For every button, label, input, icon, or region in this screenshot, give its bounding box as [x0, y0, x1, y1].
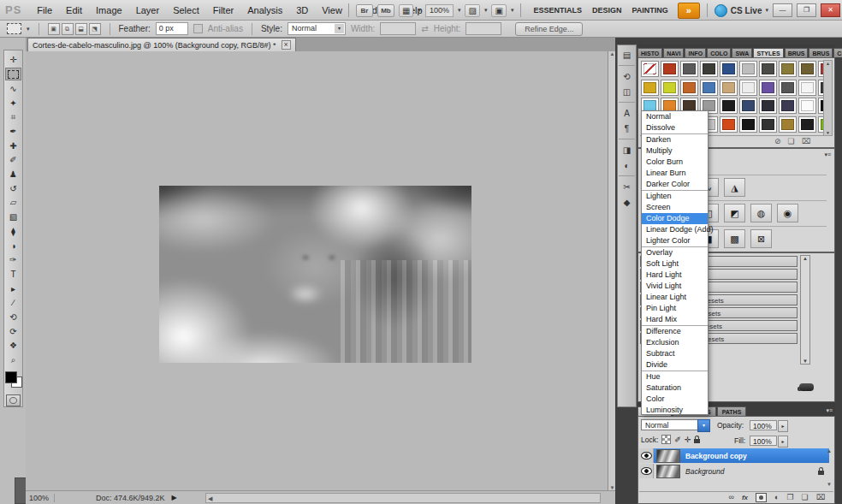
- adjustment-layer-icon[interactable]: ◐: [774, 493, 779, 501]
- minimize-button[interactable]: —: [773, 3, 792, 17]
- clear-style-icon[interactable]: ⊘: [774, 137, 781, 145]
- active-tool-preview-icon[interactable]: [7, 23, 21, 34]
- eyedropper-tool[interactable]: ✒: [5, 125, 21, 139]
- style-swatch[interactable]: [779, 116, 797, 133]
- new-layer-icon[interactable]: ❏: [802, 493, 809, 501]
- selection-mode-icon-3[interactable]: ⬔: [89, 23, 101, 35]
- screen-mode-icon[interactable]: ▣: [491, 4, 506, 17]
- arrange-documents-icon[interactable]: ▦: [399, 4, 413, 17]
- panel-tab-navi[interactable]: NAVI: [663, 48, 684, 57]
- delete-layer-icon[interactable]: ⌧: [816, 493, 825, 501]
- menu-file[interactable]: File: [30, 3, 59, 18]
- history-brush-tool[interactable]: ↺: [5, 181, 21, 195]
- bridge-icon[interactable]: Br: [356, 4, 373, 17]
- blend-mode-select[interactable]: Normal ▾: [641, 419, 710, 430]
- blend-mode-option[interactable]: Linear Burn: [642, 168, 708, 179]
- scroll-left-icon[interactable]: ◀: [208, 495, 212, 501]
- panel-tab-brus[interactable]: BRUS: [809, 48, 833, 57]
- status-zoom-field[interactable]: 100%: [29, 494, 55, 502]
- swap-dimensions-icon[interactable]: ⇄: [421, 24, 428, 33]
- style-swatch[interactable]: [739, 61, 757, 77]
- paragraph-panel-icon[interactable]: ¶: [619, 121, 635, 136]
- new-style-icon[interactable]: ❏: [788, 137, 795, 145]
- blend-mode-option[interactable]: Divide: [642, 359, 708, 371]
- selection-mode-icon-0[interactable]: ▣: [48, 23, 60, 35]
- lock-position-icon[interactable]: ✛: [685, 436, 691, 444]
- lasso-tool[interactable]: ∿: [5, 81, 21, 95]
- style-swatch[interactable]: [661, 61, 679, 77]
- style-swatch[interactable]: [720, 61, 738, 77]
- black-white-icon[interactable]: ◩: [724, 204, 745, 222]
- style-swatch[interactable]: [680, 80, 698, 96]
- close-tab-icon[interactable]: ×: [282, 40, 291, 50]
- quick-selection-tool[interactable]: ✦: [5, 96, 21, 110]
- panel-tab-styles[interactable]: STYLES: [753, 48, 783, 57]
- blend-mode-option[interactable]: Saturation: [642, 382, 708, 394]
- workspace-painting[interactable]: PAINTING: [626, 6, 673, 15]
- blend-mode-option[interactable]: Color Burn: [642, 157, 708, 168]
- tab-paths[interactable]: PATHS: [717, 406, 747, 416]
- gradient-tool[interactable]: ▧: [5, 210, 21, 224]
- style-swatch[interactable]: [700, 80, 718, 96]
- panel-tab-histo[interactable]: HISTO: [637, 48, 662, 57]
- blend-mode-option[interactable]: Linear Dodge (Add): [642, 224, 708, 235]
- exposure-icon[interactable]: ◮: [724, 178, 745, 197]
- menu-view[interactable]: View: [315, 3, 349, 18]
- blend-mode-option[interactable]: Darken: [642, 134, 708, 145]
- link-layers-icon[interactable]: ∞: [728, 493, 733, 501]
- path-selection-tool[interactable]: ▸: [5, 282, 21, 295]
- history-panel-icon[interactable]: ⟲: [619, 68, 635, 84]
- style-swatch[interactable]: [779, 80, 797, 96]
- blend-mode-option[interactable]: Difference: [642, 326, 708, 337]
- style-swatch[interactable]: [759, 80, 777, 96]
- menu-analysis[interactable]: Analysis: [240, 3, 289, 18]
- blend-mode-option[interactable]: Pin Light: [642, 303, 708, 314]
- panel-tab-brus[interactable]: BRUS: [785, 48, 809, 57]
- crop-tool[interactable]: ⌗: [5, 110, 21, 124]
- style-swatch[interactable]: [759, 116, 777, 133]
- menu-edit[interactable]: Edit: [59, 3, 89, 18]
- blend-mode-option[interactable]: Normal: [642, 111, 708, 122]
- scroll-up-icon[interactable]: ▲: [826, 61, 830, 66]
- blend-mode-option[interactable]: Overlay: [642, 247, 708, 258]
- blend-mode-option[interactable]: Hue: [642, 371, 708, 382]
- move-tool[interactable]: ✛: [5, 53, 21, 67]
- style-swatch[interactable]: [641, 61, 659, 77]
- visibility-toggle[interactable]: [639, 448, 654, 463]
- height-input[interactable]: [465, 22, 501, 35]
- spot-healing-brush-tool[interactable]: ✚: [5, 139, 21, 152]
- photo-filter-icon[interactable]: ◍: [750, 204, 772, 222]
- character-panel-icon[interactable]: A: [619, 105, 635, 121]
- lock-all-icon[interactable]: [694, 439, 700, 443]
- restore-button[interactable]: ❐: [797, 3, 816, 17]
- menu-filter[interactable]: Filter: [206, 3, 240, 18]
- blend-mode-option[interactable]: Dissolve: [642, 122, 708, 133]
- blend-mode-option[interactable]: Hard Mix: [642, 314, 708, 325]
- presets-scrollbar[interactable]: ▲ ▼: [800, 255, 810, 365]
- layer-row[interactable]: Background copy: [639, 448, 829, 463]
- pen-tool[interactable]: ✑: [5, 253, 21, 267]
- style-swatch[interactable]: [779, 98, 797, 114]
- style-swatch[interactable]: [759, 98, 777, 114]
- clone-stamp-tool[interactable]: ♟: [5, 168, 21, 181]
- mini-bridge-icon[interactable]: Mb: [377, 4, 394, 17]
- menu-3d[interactable]: 3D: [289, 3, 315, 18]
- selective-color-icon[interactable]: ⊠: [750, 229, 772, 248]
- selection-mode-icon-1[interactable]: ⧉: [62, 23, 74, 35]
- blend-mode-option[interactable]: Lighter Color: [642, 235, 708, 246]
- blend-mode-option[interactable]: Exclusion: [642, 337, 708, 348]
- style-select[interactable]: Normal▾: [288, 22, 346, 35]
- style-swatch[interactable]: [680, 61, 698, 77]
- notes-panel-icon[interactable]: ◆: [619, 194, 635, 210]
- panel-tab-colo[interactable]: COLO: [707, 48, 731, 57]
- style-swatch[interactable]: [759, 61, 777, 77]
- adjustments-panel-icon[interactable]: ◐: [619, 157, 635, 173]
- opacity-value[interactable]: 100%: [750, 420, 777, 430]
- new-group-icon[interactable]: ❐: [786, 493, 793, 501]
- 3d-camera-tool[interactable]: ⟳: [5, 324, 21, 338]
- layer-comps-panel-icon[interactable]: ◫: [619, 84, 635, 99]
- blend-mode-option[interactable]: Soft Light: [642, 258, 708, 270]
- style-swatch[interactable]: [700, 61, 718, 77]
- style-swatch[interactable]: [720, 116, 738, 133]
- canvas-area[interactable]: [26, 51, 608, 490]
